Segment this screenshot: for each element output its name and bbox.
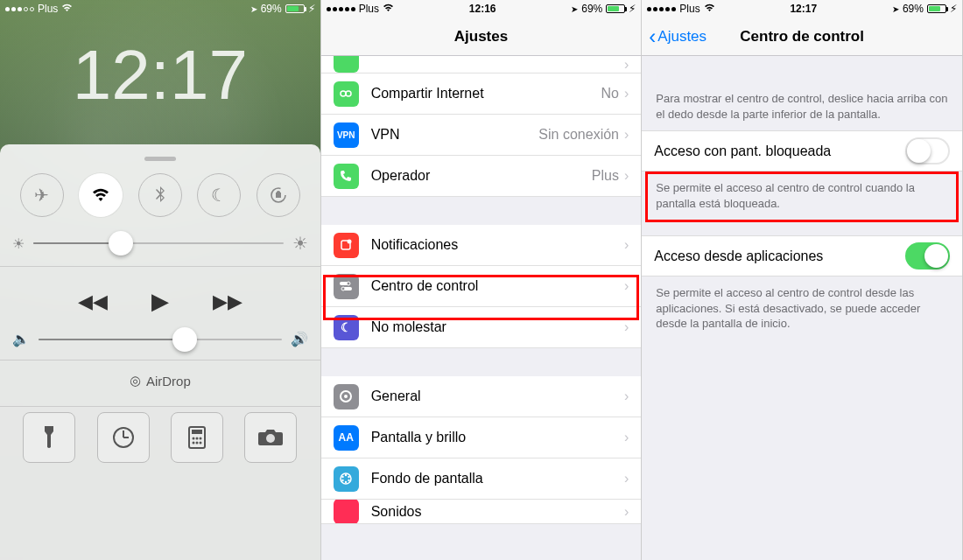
battery-icon [927, 4, 946, 13]
row-label: Operador [371, 168, 592, 184]
battery-pct: 69% [581, 3, 602, 15]
status-time: 12:16 [469, 3, 496, 15]
battery-icon [285, 4, 305, 13]
flashlight-button[interactable] [23, 412, 75, 463]
row-access-lockscreen[interactable]: Acceso con pant. bloqueada [642, 130, 962, 172]
status-bar: Plus 12:17 ➤ 69% ⚡︎ [642, 0, 962, 18]
section-note: Para mostrar el centro de control, desli… [642, 56, 962, 130]
battery-pct: 69% [261, 3, 282, 15]
row-label: No molestar [371, 319, 624, 335]
nav-back-button[interactable]: ‹ Ajustes [649, 24, 706, 49]
row-label: VPN [371, 127, 539, 143]
sheet-grabber[interactable] [144, 157, 176, 161]
panel-lockscreen-controlcenter: Plus ➤ 69% ⚡︎ 12:17 ✈ ☾ [0, 0, 321, 560]
spacer [642, 220, 962, 235]
wifi-icon [704, 4, 715, 14]
toggle-row: ✈ ☾ [12, 173, 308, 217]
charging-icon: ⚡︎ [629, 3, 636, 15]
row-detail: Plus [592, 168, 619, 184]
bluetooth-toggle[interactable] [138, 173, 182, 217]
row-access-apps[interactable]: Acceso desde aplicaciones [642, 235, 962, 276]
timer-button[interactable] [97, 412, 150, 463]
row-label: Acceso desde aplicaciones [654, 248, 823, 264]
airplane-toggle[interactable]: ✈ [20, 173, 64, 217]
sounds-icon [334, 500, 359, 524]
row-label: Pantalla y brillo [371, 430, 624, 445]
battery-pct: 69% [903, 3, 924, 15]
row-label: Fondo de pantalla [371, 471, 624, 486]
control-center-sheet: ✈ ☾ ☀︎ ☀︎ ◀◀ ▶ ▶▶ [0, 144, 320, 560]
volume-slider[interactable] [39, 339, 282, 340]
section-note: Se permite el acceso al centro de contro… [642, 276, 962, 340]
svg-point-14 [348, 240, 352, 244]
airdrop-icon: ◎ [130, 373, 141, 388]
svg-point-18 [341, 287, 345, 290]
switch-apps-access[interactable] [905, 242, 950, 270]
settings-row-dnd[interactable]: ☾ No molestar › [321, 307, 642, 348]
charging-icon: ⚡︎ [308, 3, 315, 15]
playback-controls: ◀◀ ▶ ▶▶ [12, 288, 308, 315]
chevron-right-icon: › [624, 388, 629, 404]
chevron-left-icon: ‹ [649, 24, 656, 49]
row-label: General [371, 388, 624, 404]
row-label: Acceso con pant. bloqueada [654, 144, 831, 159]
signal-strength-icon [327, 7, 355, 11]
volume-low-icon: 🔈 [12, 331, 30, 347]
charging-icon: ⚡︎ [950, 3, 957, 15]
settings-row-controlcenter[interactable]: Centro de control › [321, 266, 642, 307]
display-icon: AA [334, 425, 359, 451]
dnd-toggle[interactable]: ☾ [197, 173, 241, 217]
location-icon: ➤ [892, 4, 899, 14]
brightness-slider-row: ☀︎ ☀︎ [12, 233, 308, 254]
brightness-slider[interactable] [33, 242, 284, 244]
play-button[interactable]: ▶ [151, 288, 169, 315]
carrier-label: Plus [679, 3, 699, 15]
switch-lockscreen-access[interactable] [905, 137, 950, 164]
airdrop-button[interactable]: ◎ AirDrop [12, 366, 308, 401]
camera-button[interactable] [244, 412, 297, 463]
nav-title: Ajustes [454, 28, 508, 46]
settings-row-display[interactable]: AA Pantalla y brillo › [321, 417, 642, 458]
lock-clock: 12:17 [0, 35, 320, 116]
signal-strength-icon [5, 7, 34, 11]
nav-title: Centro de control [740, 28, 864, 46]
shortcut-row [12, 412, 308, 463]
section-gap [321, 348, 642, 376]
row-label: Sonidos [371, 504, 624, 520]
chevron-right-icon: › [624, 471, 629, 486]
row-label: Notificaciones [371, 237, 624, 253]
wifi-toggle[interactable] [79, 173, 123, 217]
settings-row-sounds[interactable]: Sonidos › [321, 500, 642, 524]
settings-row-notifications[interactable]: Notificaciones › [321, 225, 642, 266]
rewind-button[interactable]: ◀◀ [78, 290, 108, 313]
divider [0, 406, 320, 407]
chevron-right-icon: › [624, 57, 629, 73]
svg-point-8 [196, 442, 199, 444]
svg-point-7 [193, 442, 195, 444]
settings-row-vpn[interactable]: VPN VPN Sin conexión › [321, 115, 642, 156]
svg-point-9 [200, 442, 202, 444]
row-label: Centro de control [371, 278, 624, 294]
vpn-icon: VPN [334, 122, 359, 148]
settings-row-partial[interactable]: › [321, 56, 642, 74]
status-bar: Plus ➤ 69% ⚡︎ [0, 0, 320, 18]
battery-icon [606, 4, 625, 13]
settings-row-hotspot[interactable]: Compartir Internet No › [321, 74, 642, 115]
signal-strength-icon [647, 7, 676, 11]
orientation-lock-toggle[interactable] [257, 173, 300, 217]
nav-bar: Ajustes [321, 18, 642, 56]
svg-point-6 [200, 438, 202, 440]
svg-rect-3 [192, 430, 202, 434]
calculator-button[interactable] [171, 412, 223, 463]
svg-point-12 [346, 91, 351, 96]
svg-point-24 [348, 480, 349, 481]
volume-high-icon: 🔊 [291, 331, 308, 347]
svg-point-10 [266, 434, 275, 443]
section-note: Se permite el acceso al centro de contro… [642, 172, 962, 220]
settings-row-wallpaper[interactable]: Fondo de pantalla › [321, 458, 642, 500]
settings-row-carrier[interactable]: Operador Plus › [321, 156, 642, 197]
settings-row-general[interactable]: General › [321, 376, 642, 417]
forward-button[interactable]: ▶▶ [213, 290, 243, 313]
row-detail: No [601, 86, 619, 102]
carrier-label: Plus [359, 3, 379, 15]
